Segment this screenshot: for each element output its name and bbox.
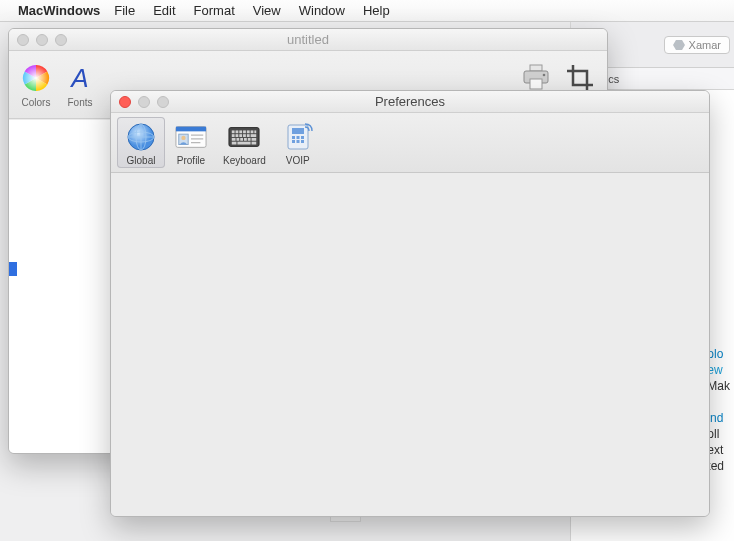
svg-rect-25 [251, 130, 254, 133]
svg-rect-5 [530, 79, 542, 89]
menu-bar: MacWindows File Edit Format View Window … [0, 0, 734, 22]
svg-rect-20 [232, 130, 235, 133]
traffic-lights [17, 34, 67, 46]
voip-phone-icon [282, 121, 314, 153]
svg-rect-47 [292, 140, 295, 143]
svg-rect-33 [232, 138, 236, 141]
pref-tab-voip[interactable]: VOIP [274, 117, 322, 168]
xamarin-pill-label: Xamar [689, 39, 721, 51]
menu-window[interactable]: Window [299, 3, 345, 18]
zoom-button[interactable] [55, 34, 67, 46]
close-button[interactable] [17, 34, 29, 46]
svg-point-6 [543, 74, 546, 77]
preferences-title: Preferences [111, 94, 709, 109]
svg-rect-48 [296, 140, 299, 143]
svg-rect-41 [252, 142, 257, 145]
svg-rect-31 [247, 134, 250, 137]
svg-rect-30 [243, 134, 246, 137]
pref-tab-profile-label: Profile [177, 155, 205, 166]
svg-rect-38 [252, 138, 257, 141]
keyboard-icon [228, 121, 260, 153]
svg-rect-3 [530, 65, 542, 71]
menu-help[interactable]: Help [363, 3, 390, 18]
svg-text:A: A [69, 63, 88, 93]
pref-tab-global-label: Global [127, 155, 156, 166]
close-button[interactable] [119, 96, 131, 108]
pref-tab-keyboard-label: Keyboard [223, 155, 266, 166]
colors-toolbar-item[interactable]: Colors [19, 61, 53, 108]
svg-rect-45 [296, 136, 299, 139]
minimize-button[interactable] [138, 96, 150, 108]
svg-rect-29 [240, 134, 243, 137]
svg-marker-0 [673, 40, 685, 50]
app-name[interactable]: MacWindows [18, 3, 100, 18]
svg-rect-26 [255, 130, 257, 133]
pref-tab-keyboard[interactable]: Keyboard [217, 117, 272, 168]
menu-file[interactable]: File [114, 3, 135, 18]
preferences-titlebar[interactable]: Preferences [111, 91, 709, 113]
document-titlebar[interactable]: untitled [9, 29, 607, 51]
pref-tab-profile[interactable]: Profile [167, 117, 215, 168]
svg-rect-49 [301, 140, 304, 143]
menu-edit[interactable]: Edit [153, 3, 175, 18]
pref-tab-global[interactable]: Global [117, 117, 165, 168]
fonts-toolbar-item[interactable]: A Fonts [63, 61, 97, 108]
xamarin-pill-button[interactable]: Xamar [664, 36, 730, 54]
document-title: untitled [9, 32, 607, 47]
menu-format[interactable]: Format [194, 3, 235, 18]
fonts-label: Fonts [67, 97, 92, 108]
text-selection-marker [9, 262, 17, 276]
color-wheel-icon [19, 61, 53, 95]
zoom-button[interactable] [157, 96, 169, 108]
svg-rect-32 [251, 134, 257, 137]
svg-rect-43 [292, 128, 304, 134]
preferences-toolbar: Global Profile [111, 113, 709, 173]
svg-rect-36 [244, 138, 247, 141]
svg-rect-24 [247, 130, 250, 133]
menu-view[interactable]: View [253, 3, 281, 18]
preferences-content [111, 174, 709, 516]
svg-point-15 [181, 136, 185, 140]
svg-rect-40 [238, 142, 251, 145]
svg-rect-22 [240, 130, 243, 133]
pref-tab-voip-label: VOIP [286, 155, 310, 166]
svg-rect-35 [241, 138, 244, 141]
traffic-lights [119, 96, 169, 108]
preferences-window[interactable]: Preferences Global [110, 90, 710, 517]
globe-icon [125, 121, 157, 153]
svg-rect-39 [232, 142, 237, 145]
fonts-icon: A [63, 61, 97, 95]
svg-rect-28 [236, 134, 239, 137]
svg-rect-27 [232, 134, 235, 137]
svg-point-1 [23, 65, 49, 91]
colors-label: Colors [22, 97, 51, 108]
svg-rect-37 [248, 138, 251, 141]
profile-card-icon [175, 121, 207, 153]
svg-rect-23 [243, 130, 246, 133]
minimize-button[interactable] [36, 34, 48, 46]
svg-rect-44 [292, 136, 295, 139]
svg-rect-21 [236, 130, 239, 133]
svg-rect-46 [301, 136, 304, 139]
svg-rect-13 [176, 127, 206, 132]
svg-rect-34 [237, 138, 240, 141]
